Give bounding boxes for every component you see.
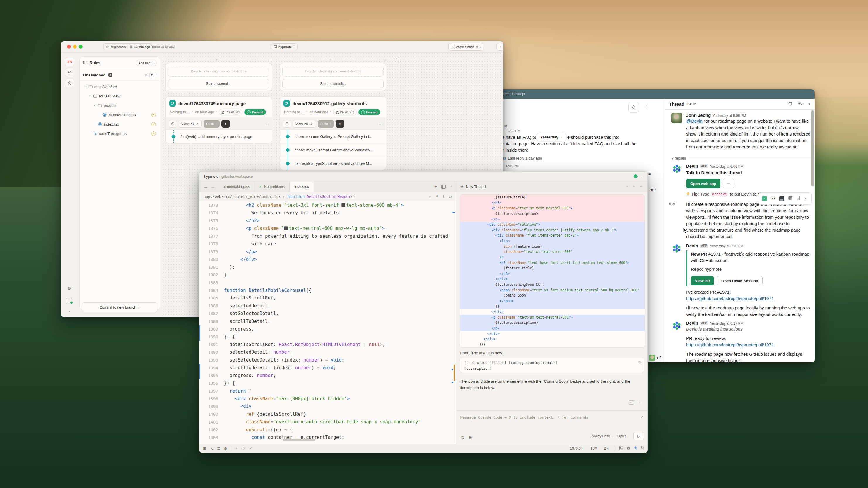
thread-message[interactable]: DevinAPPYesterday at 6:27 PMDevin is awa… [665, 321, 811, 362]
notifications-bell-icon[interactable] [640, 446, 645, 451]
sender-name[interactable]: Devin [686, 164, 698, 169]
copilot-status[interactable]: Z» [604, 447, 608, 451]
commit-row[interactable]: feat(web): add memory layer product page [166, 130, 272, 143]
drop-files-zone[interactable]: Drop files to assign or commit directly [282, 66, 384, 77]
tree-item-index-tsx[interactable]: index.tsx [80, 120, 160, 129]
message-link[interactable]: https://github.com/fastrepl/hyprnote/pul… [686, 295, 811, 302]
send-button[interactable]: ▷ [633, 432, 644, 440]
project-switcher[interactable]: hyprnote ⌃⌄ [271, 43, 298, 51]
column-drag-handle[interactable]: ⠿ [215, 58, 218, 61]
ai-sparkle-icon[interactable] [633, 446, 638, 451]
branch-ai-button[interactable]: ✦ [336, 120, 344, 128]
avatar[interactable] [672, 113, 682, 123]
technologist-reaction-icon[interactable] [779, 196, 784, 201]
workspace-tab-icon[interactable] [65, 57, 74, 66]
chevron-down-icon[interactable]: › [88, 94, 92, 98]
open-web-app-button[interactable]: Open web app [686, 179, 720, 188]
bell-icon[interactable] [628, 102, 639, 113]
language-mode[interactable]: TSX [590, 447, 597, 451]
column-drag-handle[interactable]: ⠿ [330, 58, 332, 61]
list-view-toggle[interactable]: ≡ [142, 72, 149, 78]
start-commit-button[interactable]: Start a commit... [282, 79, 384, 89]
drop-files-zone[interactable]: Drop files to assign or commit directly [168, 66, 270, 77]
open-in-window-icon[interactable] [788, 101, 793, 107]
sender-name[interactable]: Devin [686, 321, 698, 326]
tree-item-product[interactable]: ›product [80, 101, 160, 110]
avatar[interactable] [672, 243, 682, 254]
branch-name[interactable]: devin/1764380749-memory-page [178, 101, 246, 106]
collab-icon[interactable]: ◉ [223, 446, 228, 451]
close-icon[interactable]: × [808, 102, 811, 107]
ai-actions-button[interactable]: ✦ [496, 43, 503, 51]
mention[interactable]: @Devin [686, 119, 703, 124]
nav-back-icon[interactable]: ← [199, 182, 211, 192]
pr-title[interactable]: New PR #1971 - feat(web): add responsive… [691, 251, 811, 264]
push-button[interactable]: Push↑ [204, 120, 220, 128]
expand-icon[interactable]: ↗ [450, 185, 453, 189]
column-menu-icon[interactable]: ⋯ [267, 57, 272, 63]
history-tab-icon[interactable] [65, 79, 74, 88]
view-pr-button[interactable]: View PR [293, 120, 316, 128]
git-branch-icon[interactable]: ⌥ [209, 446, 214, 451]
view-pr-button[interactable]: View PR [691, 276, 714, 285]
diff-preview[interactable]: {feature.title} </h3> <p className="text… [460, 194, 645, 348]
chevron-down-icon[interactable]: › [93, 104, 97, 107]
actions-icon[interactable]: ϟ [241, 447, 246, 451]
collab-status-dot[interactable] [634, 174, 638, 178]
chevron-down-icon[interactable]: ⌄ [641, 175, 643, 178]
pr-template-icon-button[interactable] [169, 120, 177, 128]
history-list-icon[interactable]: ≡ [633, 185, 635, 189]
remote-status-pill[interactable]: ⟳ origin/main | ⇅ 13 min ago [103, 43, 153, 51]
tab-diagnostics[interactable]: ✓No problems [254, 182, 290, 192]
branch-menu-icon[interactable]: ⋯ [264, 121, 269, 127]
panel-toggle-icon[interactable] [395, 58, 399, 62]
tree-item-ai-notetaking-tsx[interactable]: ai-notetaking.tsx [80, 110, 160, 120]
push-button[interactable]: Push↑ [318, 120, 334, 128]
open-devin-session-button[interactable]: Open Devin Session [717, 276, 763, 285]
editor-branch-name[interactable]: gitbutler/workspace [221, 174, 253, 178]
cursor-position[interactable]: 1370:34 [570, 447, 583, 451]
minimize-button[interactable] [73, 45, 77, 48]
horizontal-scrollbar[interactable] [283, 438, 315, 441]
thread-scrollbar[interactable] [811, 110, 813, 187]
split-pane-icon[interactable] [441, 185, 446, 189]
editor-titlebar[interactable]: hyprnote gitbutler/workspace ⌄ [199, 171, 648, 182]
ci-status-badge[interactable]: ✓Passed [359, 109, 380, 115]
cursor-icon[interactable]: Ι [443, 194, 444, 199]
expand-input-icon[interactable]: ↗ [641, 415, 643, 419]
branch-ai-button[interactable]: ✦ [221, 120, 230, 128]
thread-message[interactable]: DevinAPPYesterday at 6:06 PMTalk to Devi… [665, 164, 811, 196]
copy-icon[interactable]: ⧉ [639, 359, 641, 365]
sender-name[interactable]: John Jeong [686, 113, 711, 118]
slack-search-input[interactable]: Search Fastrepl [500, 92, 525, 96]
check-icon[interactable]: ✓ [248, 446, 253, 451]
commit-row[interactable]: chore: rename Gallery to Prompt Gallery … [280, 130, 386, 143]
tree-item-routes-view[interactable]: ›routes/_view [80, 91, 160, 101]
commit-to-new-branch-button[interactable]: Commit to new branch+ [82, 302, 158, 312]
slack-titlebar[interactable]: Search Fastrepl [498, 89, 815, 99]
pr-badge[interactable]: PR #1981 [219, 109, 243, 115]
close-button[interactable] [67, 45, 71, 48]
new-tab-icon[interactable]: + [434, 184, 437, 189]
breadcrumb[interactable]: apps/web/src/routes/_view/index.tsx › fu… [199, 192, 456, 201]
tree-view-toggle[interactable] [149, 72, 156, 78]
chevron-down-icon[interactable]: › [84, 85, 87, 89]
nav-forward-icon[interactable]: → [211, 182, 218, 192]
outline-icon[interactable]: ≣ [216, 446, 221, 451]
pr-template-icon-button[interactable] [283, 120, 291, 128]
kebab-icon[interactable]: ⋮ [644, 104, 649, 110]
new-thread-icon[interactable]: + [626, 185, 628, 189]
add-reaction-icon[interactable] [788, 196, 793, 202]
commit-row[interactable]: fix: resolve TypeScript errors and add r… [280, 157, 386, 170]
add-rule-button[interactable]: Add rule+ [136, 60, 156, 66]
avatar[interactable] [672, 164, 682, 174]
tree-item-routetree-gen-ts[interactable]: TSrouteTree.gen.ts [80, 129, 160, 138]
model-select[interactable]: Opus ⌄ [617, 434, 629, 438]
search-icon[interactable]: ⌕ [429, 194, 431, 199]
branch-menu-icon[interactable]: ⋯ [378, 121, 383, 127]
search-icon[interactable]: ⌕ [234, 446, 239, 451]
bookmark-icon[interactable] [796, 196, 800, 201]
zoom-button[interactable] [79, 45, 83, 48]
more-options-icon[interactable]: ⋯ [640, 185, 644, 189]
collapse-rail-icon[interactable]: ⌄ [65, 308, 73, 314]
